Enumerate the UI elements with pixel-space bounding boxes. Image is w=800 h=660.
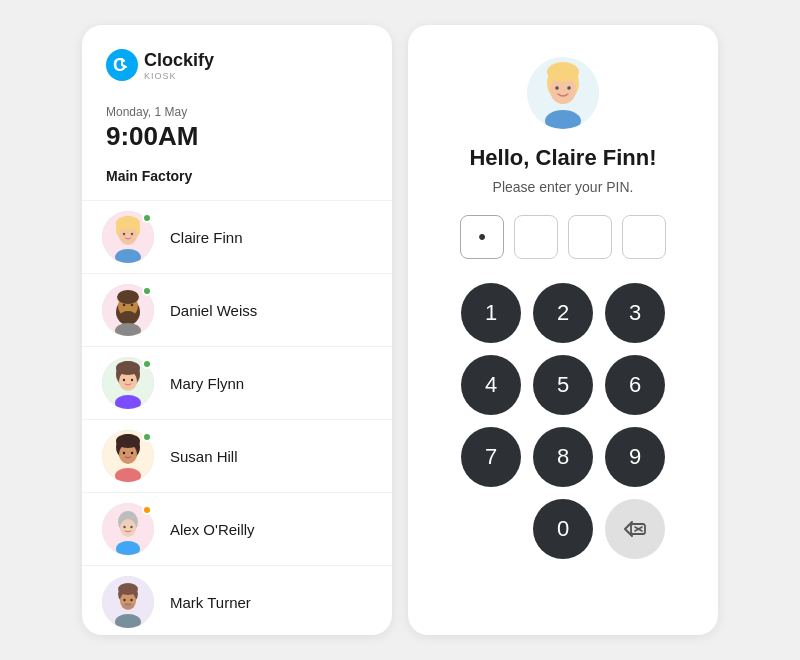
user-item-mark[interactable]: Mark Turner [82, 565, 392, 635]
logo-area: C Clockify KIOSK [106, 49, 368, 81]
user-name-susan: Susan Hill [170, 448, 238, 465]
logo-name: Clockify [144, 50, 214, 71]
user-item-claire[interactable]: Claire Finn [82, 200, 392, 273]
svg-point-44 [130, 599, 132, 601]
key-9[interactable]: 9 [605, 427, 665, 487]
svg-point-23 [123, 379, 125, 381]
right-panel: Hello, Claire Finn! Please enter your PI… [408, 25, 718, 635]
key-2[interactable]: 2 [533, 283, 593, 343]
key-backspace[interactable] [605, 499, 665, 559]
left-header: C Clockify KIOSK Monday, 1 May 9:00AM Ma… [82, 25, 392, 200]
avatar-mark [102, 576, 154, 628]
svg-point-15 [123, 304, 126, 307]
pin-inputs: • [460, 215, 666, 259]
status-dot-daniel [142, 286, 152, 296]
svg-point-16 [131, 304, 134, 307]
svg-point-7 [116, 216, 140, 230]
pin-prompt: Please enter your PIN. [493, 179, 634, 195]
svg-point-37 [130, 526, 132, 528]
user-item-daniel[interactable]: Daniel Weiss [82, 273, 392, 346]
key-3[interactable]: 3 [605, 283, 665, 343]
logo-sub: KIOSK [144, 71, 214, 81]
avatar-wrapper-mary [102, 357, 154, 409]
user-name-alex: Alex O'Reilly [170, 521, 255, 538]
svg-point-30 [123, 452, 125, 454]
svg-point-42 [118, 583, 138, 595]
svg-point-36 [123, 526, 125, 528]
avatar-wrapper-claire [102, 211, 154, 263]
svg-point-14 [117, 290, 139, 304]
avatar-wrapper-daniel [102, 284, 154, 336]
svg-point-52 [567, 86, 571, 90]
user-name-mark: Mark Turner [170, 594, 251, 611]
svg-point-50 [547, 62, 579, 82]
status-dot-mary [142, 359, 152, 369]
svg-point-9 [131, 233, 133, 235]
svg-point-45 [122, 603, 134, 609]
key-1[interactable]: 1 [461, 283, 521, 343]
pin-box-1: • [460, 215, 504, 259]
datetime-area: Monday, 1 May 9:00AM [106, 105, 368, 152]
screen-container: C Clockify KIOSK Monday, 1 May 9:00AM Ma… [0, 0, 800, 660]
key-7[interactable]: 7 [461, 427, 521, 487]
status-dot-alex [142, 505, 152, 515]
svg-point-22 [116, 361, 140, 375]
user-item-alex[interactable]: Alex O'Reilly [82, 492, 392, 565]
user-list: Claire Finn [82, 200, 392, 635]
user-name-mary: Mary Flynn [170, 375, 244, 392]
logo-text-area: Clockify KIOSK [144, 50, 214, 81]
avatar-wrapper-alex [102, 503, 154, 555]
svg-point-43 [123, 599, 125, 601]
pin-box-2 [514, 215, 558, 259]
svg-point-29 [116, 434, 140, 448]
key-6[interactable]: 6 [605, 355, 665, 415]
keypad: 1 2 3 4 5 6 7 8 9 0 [461, 283, 665, 559]
user-item-susan[interactable]: Susan Hill [82, 419, 392, 492]
svg-point-51 [555, 86, 559, 90]
svg-point-17 [120, 311, 136, 321]
avatar-wrapper-mark [102, 576, 154, 628]
avatar-wrapper-susan [102, 430, 154, 482]
hello-text: Hello, Claire Finn! [469, 145, 656, 171]
status-dot-claire [142, 213, 152, 223]
key-5[interactable]: 5 [533, 355, 593, 415]
date-display: Monday, 1 May [106, 105, 368, 119]
status-dot-susan [142, 432, 152, 442]
key-0[interactable]: 0 [533, 499, 593, 559]
pin-box-3 [568, 215, 612, 259]
time-display: 9:00AM [106, 121, 368, 152]
clockify-logo-icon: C [106, 49, 138, 81]
greeting-avatar [527, 57, 599, 129]
user-name-daniel: Daniel Weiss [170, 302, 257, 319]
svg-point-8 [123, 233, 125, 235]
user-name-claire: Claire Finn [170, 229, 243, 246]
svg-point-31 [131, 452, 133, 454]
location-display: Main Factory [106, 168, 368, 184]
svg-point-35 [120, 519, 136, 537]
pin-box-4 [622, 215, 666, 259]
user-item-mary[interactable]: Mary Flynn [82, 346, 392, 419]
left-panel: C Clockify KIOSK Monday, 1 May 9:00AM Ma… [82, 25, 392, 635]
key-4[interactable]: 4 [461, 355, 521, 415]
svg-point-24 [131, 379, 133, 381]
key-8[interactable]: 8 [533, 427, 593, 487]
